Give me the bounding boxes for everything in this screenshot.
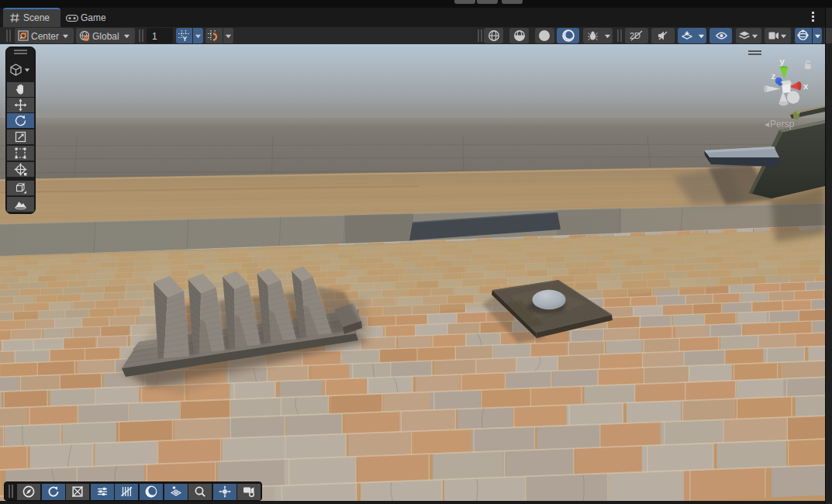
svg-text:x: x: [803, 81, 809, 91]
svg-text:Y: Y: [183, 35, 188, 42]
svg-text:y: y: [780, 57, 785, 66]
svg-text:z: z: [772, 71, 776, 81]
